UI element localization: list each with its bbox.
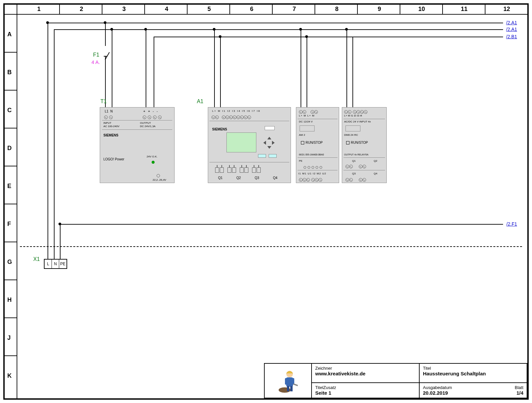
arrow-down-icon xyxy=(267,146,271,149)
node xyxy=(46,21,49,24)
designator-t1: T1 xyxy=(100,99,107,104)
row-k: K xyxy=(7,372,12,379)
wire-pe-drop xyxy=(60,224,61,259)
designator-x1: X1 xyxy=(33,256,40,262)
zeichner-label: Zeichner xyxy=(315,366,416,371)
svg-rect-4 xyxy=(287,386,289,391)
xref-2b1: /2.B1 xyxy=(506,34,517,39)
wire-n-bus xyxy=(54,29,503,30)
designator-f1: F1 xyxy=(93,52,99,58)
terminal-label: + + - - xyxy=(143,109,158,113)
col-5: 5 xyxy=(207,6,211,13)
col-7: 7 xyxy=(293,6,296,13)
arrow-up-icon xyxy=(267,137,271,139)
terminal-pe: PE xyxy=(59,260,66,268)
wire-f1-in xyxy=(105,23,106,46)
title-block: Zeichner www.kreativekiste.de TitelZusat… xyxy=(264,363,527,398)
device-power-supply: L1 N + + - - INPUT AC 100-240V OUTPUT DC… xyxy=(100,107,175,183)
col-3: 3 xyxy=(122,6,126,13)
wire-am2-lp xyxy=(301,29,301,107)
svg-rect-7 xyxy=(293,383,298,386)
xref-2f1: /2.F1 xyxy=(506,221,517,227)
node xyxy=(345,28,348,31)
col-2: 2 xyxy=(80,6,83,13)
blatt-value: 1/4 xyxy=(515,390,523,396)
col-6: 6 xyxy=(250,6,253,13)
terminal-l: L xyxy=(45,260,52,268)
titel-label: Titel xyxy=(423,366,523,371)
wire-a1-lp xyxy=(214,29,215,107)
node xyxy=(219,35,221,38)
ruler-stub xyxy=(17,5,17,14)
titel-value: Haussteuerung Schaltplan xyxy=(423,371,523,376)
row-c: C xyxy=(7,107,12,114)
wire-l-drop xyxy=(48,23,48,259)
arrow-left-icon xyxy=(263,141,266,145)
node xyxy=(305,35,308,38)
row-a: A xyxy=(7,31,12,38)
node xyxy=(213,28,215,31)
terminal-n: N xyxy=(52,260,59,268)
wire-a1-m xyxy=(220,37,221,107)
col-8: 8 xyxy=(335,6,338,13)
svg-rect-2 xyxy=(285,378,288,385)
zusatz-value: Seite 1 xyxy=(315,390,416,396)
blatt-label: Blatt xyxy=(515,385,523,390)
svg-rect-5 xyxy=(290,386,293,391)
model-label: LOGO! Power xyxy=(103,157,124,161)
col-12: 12 xyxy=(503,6,510,13)
row-f: F xyxy=(7,221,11,228)
col-11: 11 xyxy=(461,6,467,13)
designator-a1: A1 xyxy=(197,99,203,104)
terminal-label: L1 N xyxy=(105,109,113,113)
terminal-block-x1: L N PE xyxy=(44,259,67,269)
wire-am2-m xyxy=(307,37,307,107)
wire-24v-plus xyxy=(146,29,146,107)
title-block-logo xyxy=(265,364,311,398)
xref-2a1-1: /2.A1 xyxy=(506,20,517,25)
drawing-frame xyxy=(3,3,529,400)
row-b: B xyxy=(7,69,12,76)
wire-24v-bus xyxy=(154,37,503,37)
arrow-right-icon xyxy=(272,141,275,145)
worker-icon xyxy=(276,367,300,394)
wire-n-drop xyxy=(54,29,55,259)
datum-value: 20.02.2019 xyxy=(423,390,452,396)
col-4: 4 xyxy=(165,6,168,13)
title-block-right: Titel Haussteuerung Schaltplan Ausgabeda… xyxy=(419,364,527,398)
xref-2a1-2: /2.A1 xyxy=(506,27,517,32)
zeichner-value: www.kreativekiste.de xyxy=(315,371,416,376)
zusatz-label: TitelZusatz xyxy=(315,385,416,390)
row-d: D xyxy=(7,145,12,152)
device-dm8: L+ M I1 I2 I3 I4 AC/DC 24 V INPUT 4x DM8… xyxy=(342,107,387,183)
datum-label: Ausgabedatum xyxy=(423,385,452,390)
node xyxy=(110,28,113,31)
col-9: 9 xyxy=(378,6,381,13)
title-block-left: Zeichner www.kreativekiste.de TitelZusat… xyxy=(311,364,419,398)
dashed-boundary xyxy=(20,246,522,247)
node xyxy=(144,28,147,31)
col-10: 10 xyxy=(418,6,425,13)
row-j: J xyxy=(7,334,11,341)
plc-display-icon xyxy=(226,132,256,152)
wire-n-to-t1 xyxy=(112,29,112,107)
node xyxy=(59,223,61,225)
wire-24v-minus xyxy=(154,37,154,107)
wire-dm8-m xyxy=(352,37,353,107)
row-h: H xyxy=(7,297,12,303)
node xyxy=(299,28,302,31)
wire-pe-bus xyxy=(60,224,503,225)
row-g: G xyxy=(7,259,12,266)
brand-label: SIEMENS xyxy=(103,133,118,137)
ruler-top-line xyxy=(3,14,529,15)
wire-l-bus xyxy=(48,23,503,23)
ruler-left-line xyxy=(17,14,17,398)
device-plc: L+ M I1 I2 I3 I4 I5 I6 I7 I8 SIEMENS Q1 … xyxy=(208,107,291,183)
device-am2: L+ M L+ M DC 12/24 V AM 2 RUN/STOP 6ED1 … xyxy=(296,107,339,183)
row-e: E xyxy=(7,183,11,190)
rating-f1: 4 A. xyxy=(91,59,100,65)
node xyxy=(104,21,106,24)
col-1: 1 xyxy=(37,6,41,13)
wire-dm8-lp xyxy=(346,29,347,107)
